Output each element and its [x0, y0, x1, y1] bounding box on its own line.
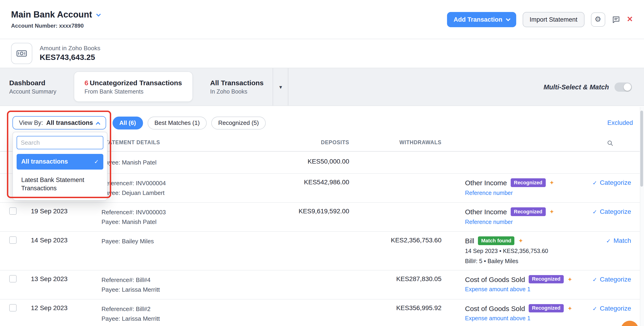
excluded-link[interactable]: Excluded: [607, 119, 633, 126]
view-by-value: All transactions: [46, 119, 93, 126]
action-label: Categorize: [600, 208, 631, 215]
view-by-dropdown-button[interactable]: View By: All transactions: [12, 116, 106, 130]
chevron-up-icon: [96, 122, 100, 127]
tab-dashboard-title: Dashboard: [9, 79, 56, 87]
check-icon: ✓: [592, 305, 597, 312]
check-icon: ✓: [606, 238, 611, 244]
row-deposit: KES9,619,592.00: [258, 203, 353, 219]
tab-uncategorized-title: Uncategorized Transactions: [90, 79, 182, 86]
option-latest-bank-statement-transactions[interactable]: Latest Bank Statement Transactions: [16, 172, 103, 196]
row-payee: Payee: Dejuan Lambert: [102, 188, 253, 198]
caret-down-icon: ▾: [279, 84, 282, 90]
check-icon: ✓: [592, 180, 597, 186]
tab-dashboard-subtitle: Account Summary: [9, 88, 56, 95]
dropdown-options: All transactions ✓ Latest Bank Statement…: [16, 154, 103, 196]
row-payee: Payee: Larissa Merritt: [102, 314, 253, 323]
amount-label: Amount in Zoho Books: [40, 45, 100, 52]
filter-pill-best-matches[interactable]: Best Matches (1): [148, 116, 207, 129]
row-checkbox[interactable]: [9, 275, 16, 282]
recognized-badge: Recognized: [511, 178, 546, 187]
add-transaction-label: Add Transaction: [454, 16, 502, 23]
row-date: 19 Sep 2023: [26, 203, 97, 219]
filter-pill-recognized[interactable]: Recognized (5): [211, 116, 266, 129]
action-label: Categorize: [600, 304, 631, 312]
page-title: Main Bank Account: [11, 10, 92, 20]
table-row[interactable]: 14 Sep 2023 Payee: Bailey Miles KES2,356…: [0, 232, 644, 270]
banknote-icon: [11, 43, 32, 64]
table-row[interactable]: 19 Sep 2023 Reference#: INV000003 Payee:…: [0, 203, 644, 232]
categorize-button[interactable]: ✓Categorize: [592, 275, 631, 283]
account-header: Main Bank Account Account Number: xxxx78…: [11, 10, 100, 29]
settings-button[interactable]: ⚙: [591, 12, 605, 26]
account-switcher-chevron-icon[interactable]: [96, 12, 100, 16]
row-date: 14 Sep 2023: [26, 232, 97, 248]
categorize-button[interactable]: ✓Categorize: [592, 179, 631, 186]
row-reference: Reference#: INV000004: [102, 178, 253, 188]
rule-link[interactable]: Reference number: [465, 219, 513, 225]
chevron-down-icon: [506, 16, 510, 21]
uncategorized-count: 6: [84, 79, 88, 86]
dropdown-search-input[interactable]: [16, 136, 103, 149]
import-statement-button[interactable]: Import Statement: [523, 12, 584, 27]
row-checkbox[interactable]: [9, 207, 16, 215]
rule-link[interactable]: Expense amount above 1: [465, 316, 530, 322]
multi-select-toggle[interactable]: [614, 82, 632, 91]
row-payee: Payee: Bailey Miles: [102, 236, 253, 246]
row-withdrawal: KES2,356,753.60: [353, 232, 445, 248]
category-name: Cost of Goods Sold: [465, 275, 525, 283]
match-button[interactable]: ✓Match: [606, 237, 631, 244]
add-transaction-button[interactable]: Add Transaction: [447, 12, 516, 27]
option-label: All transactions: [21, 158, 68, 166]
table-row[interactable]: 12 Sep 2023 Reference#: Bill#2 Payee: La…: [0, 299, 644, 326]
filter-pill-all[interactable]: All (6): [112, 116, 143, 129]
category-name: Bill: [465, 237, 474, 245]
option-all-transactions[interactable]: All transactions ✓: [16, 154, 103, 169]
row-payee: Payee: Larissa Merritt: [102, 285, 253, 294]
row-withdrawal: KES287,830.05: [353, 270, 445, 287]
tab-dashboard[interactable]: Dashboard Account Summary: [0, 68, 66, 106]
topbar-actions: Add Transaction Import Statement ⚙ ✕: [447, 12, 633, 27]
sparkle-icon: ✦: [549, 209, 554, 215]
rule-link[interactable]: Expense amount above 1: [465, 286, 530, 293]
row-reference: Reference#: INV000003: [102, 207, 253, 217]
sparkle-icon: ✦: [518, 238, 523, 244]
toggle-knob: [624, 83, 631, 91]
multi-select-area: Multi-Select & Match: [544, 68, 644, 106]
row-detail: Payee: Manish Patel: [102, 158, 253, 167]
tab-all-subtitle: In Zoho Books: [210, 88, 264, 95]
feedback-button[interactable]: [612, 15, 620, 24]
row-checkbox[interactable]: [9, 304, 16, 311]
row-date: 13 Sep 2023: [26, 270, 97, 287]
match-found-badge: Match found: [478, 236, 514, 245]
tabs-more-button[interactable]: ▾: [273, 68, 288, 106]
sparkle-icon: ✦: [568, 305, 572, 311]
close-icon: ✕: [627, 16, 633, 23]
row-reference: Reference#: Bill#4: [102, 275, 253, 285]
table-row[interactable]: 13 Sep 2023 Reference#: Bill#4 Payee: La…: [0, 270, 644, 299]
action-label: Categorize: [600, 179, 631, 186]
sparkle-icon: ✦: [549, 180, 554, 186]
row-deposit: KES50,000.00: [258, 152, 353, 171]
check-icon: ✓: [94, 158, 99, 166]
row-deposit: KES542,986.00: [258, 174, 353, 190]
close-button[interactable]: ✕: [627, 16, 633, 23]
screen: Main Bank Account Account Number: xxxx78…: [0, 0, 644, 326]
match-meta: Bill#: 5 • Bailey Miles: [465, 257, 575, 265]
column-statement-details: STATEMENT DETAILS: [97, 137, 258, 150]
row-payee: Payee: Manish Patel: [102, 217, 253, 227]
category-name: Cost of Goods Sold: [465, 304, 525, 312]
scrollbar-thumb[interactable]: [640, 111, 643, 187]
rule-link[interactable]: Reference number: [465, 190, 513, 196]
categorize-button[interactable]: ✓Categorize: [592, 304, 631, 312]
gear-icon: ⚙: [595, 16, 601, 23]
tab-uncategorized-transactions[interactable]: 6Uncategorized Transactions From Bank St…: [74, 71, 192, 102]
categorize-button[interactable]: ✓Categorize: [592, 208, 631, 215]
account-number: Account Number: xxxx7890: [11, 22, 100, 29]
recognized-badge: Recognized: [511, 207, 546, 216]
topbar: Main Bank Account Account Number: xxxx78…: [0, 0, 644, 39]
tab-all-transactions[interactable]: All Transactions In Zoho Books: [201, 68, 273, 106]
table-search-button[interactable]: [575, 137, 644, 151]
row-checkbox[interactable]: [9, 236, 16, 244]
multi-select-match-label: Multi-Select & Match: [544, 83, 609, 91]
action-label: Match: [614, 237, 631, 244]
